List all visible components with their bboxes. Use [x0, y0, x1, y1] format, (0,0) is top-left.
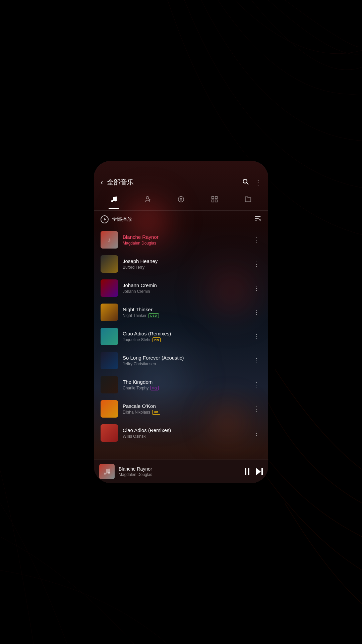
list-item[interactable]: Blanche Raynor Magdalen Douglas ⋮: [94, 228, 268, 252]
quality-badge-hr: HR: [153, 337, 161, 342]
track-menu-button[interactable]: ⋮: [251, 404, 261, 414]
list-item[interactable]: Pascale O'Kon Elisha Nikolaus HR ⋮: [94, 397, 268, 421]
svg-rect-12: [215, 200, 217, 202]
now-playing-bar[interactable]: Blanche Raynor Magdalen Douglas: [94, 460, 268, 483]
list-item[interactable]: Ciao Adios (Remixes) Willis Osinski ⋮: [94, 421, 268, 445]
header: ‹ 全部音乐 ⋮: [94, 161, 268, 191]
now-playing-art: [99, 464, 115, 479]
now-playing-controls: [245, 468, 263, 475]
now-playing-title: Blanche Raynor: [119, 466, 245, 472]
track-menu-button[interactable]: ⋮: [251, 259, 261, 269]
svg-point-16: [104, 473, 106, 475]
svg-rect-9: [212, 197, 214, 199]
artist-name: Magdalen Douglas: [123, 241, 156, 246]
artist-name: Buford Terry: [123, 265, 144, 270]
music-note-icon: [110, 196, 118, 205]
sort-icon[interactable]: [254, 215, 261, 224]
track-info: Night Thinker Night Thinker DSD: [123, 307, 251, 318]
artist-name: Jaqueline Stehr: [123, 337, 150, 342]
list-item[interactable]: The Kingdom Charlie Torphy SQ ⋮: [94, 373, 268, 397]
track-art: [101, 424, 118, 442]
track-menu-button[interactable]: ⋮: [251, 356, 261, 366]
track-art: [101, 328, 118, 345]
track-info: Ciao Adios (Remixes) Jaqueline Stehr HR: [123, 331, 251, 342]
svg-rect-11: [212, 200, 214, 202]
skip-button[interactable]: [256, 468, 263, 475]
track-title: Night Thinker: [123, 307, 251, 312]
artist-name: Johann Cremin: [123, 289, 150, 294]
artist-name: Elisha Nikolaus: [123, 410, 150, 415]
track-artist-row: Buford Terry: [123, 265, 251, 270]
play-all-button[interactable]: 全部播放: [101, 215, 132, 223]
svg-point-3: [115, 200, 117, 202]
svg-rect-10: [215, 197, 217, 199]
header-icons: ⋮: [242, 178, 261, 186]
track-art: [101, 376, 118, 393]
skip-bar-icon: [261, 468, 263, 475]
track-title: So Long Forever (Acoustic): [123, 355, 251, 361]
svg-point-8: [180, 198, 182, 200]
search-icon[interactable]: [242, 178, 249, 186]
track-title: The Kingdom: [123, 379, 251, 385]
track-info: Ciao Adios (Remixes) Willis Osinski: [123, 427, 251, 439]
tab-artist[interactable]: [138, 193, 157, 208]
svg-point-4: [146, 197, 148, 199]
track-artist-row: Magdalen Douglas: [123, 241, 251, 246]
track-artist-row: Jaqueline Stehr HR: [123, 337, 251, 342]
tab-folder[interactable]: [239, 193, 257, 208]
back-button[interactable]: ‹: [101, 178, 103, 187]
track-menu-button[interactable]: ⋮: [251, 380, 261, 390]
play-all-row: 全部播放: [94, 211, 268, 228]
pause-button[interactable]: [245, 468, 249, 475]
track-menu-button[interactable]: ⋮: [251, 283, 261, 293]
track-info: So Long Forever (Acoustic) Jeffry Christ…: [123, 355, 251, 366]
now-playing-artist: Magdalen Douglas: [119, 472, 245, 477]
page-title: 全部音乐: [107, 178, 242, 187]
list-item[interactable]: Ciao Adios (Remixes) Jaqueline Stehr HR …: [94, 324, 268, 348]
track-art: [101, 279, 118, 297]
track-title: Joseph Heaney: [123, 258, 251, 264]
track-info: Johann Cremin Johann Cremin: [123, 282, 251, 294]
track-list: Blanche Raynor Magdalen Douglas ⋮ Joseph…: [94, 228, 268, 460]
play-circle-icon: [101, 215, 109, 223]
track-artist-row: Willis Osinski: [123, 434, 251, 439]
list-item[interactable]: Night Thinker Night Thinker DSD ⋮: [94, 300, 268, 324]
tab-music[interactable]: [105, 193, 123, 208]
track-art: [101, 255, 118, 273]
play-all-label: 全部播放: [112, 216, 132, 222]
track-menu-button[interactable]: ⋮: [251, 307, 261, 317]
list-item[interactable]: So Long Forever (Acoustic) Jeffry Christ…: [94, 348, 268, 373]
more-menu-icon[interactable]: ⋮: [255, 178, 261, 186]
track-artist-row: Jeffry Christiansen: [123, 362, 251, 366]
artist-name: Night Thinker: [123, 313, 146, 318]
svg-point-2: [111, 200, 113, 202]
list-item[interactable]: Johann Cremin Johann Cremin ⋮: [94, 276, 268, 300]
now-playing-info: Blanche Raynor Magdalen Douglas: [119, 466, 245, 477]
track-art: [101, 400, 118, 418]
artist-name: Charlie Torphy: [123, 386, 148, 390]
track-info: Joseph Heaney Buford Terry: [123, 258, 251, 270]
track-title: Ciao Adios (Remixes): [123, 331, 251, 336]
tab-album[interactable]: [172, 193, 190, 208]
skip-triangle-icon: [256, 468, 261, 475]
track-title: Blanche Raynor: [123, 234, 251, 240]
track-menu-button[interactable]: ⋮: [251, 428, 261, 438]
tab-grid[interactable]: [205, 193, 224, 208]
quality-badge-sq: SQ: [150, 386, 159, 390]
track-title: Ciao Adios (Remixes): [123, 427, 251, 433]
list-item[interactable]: Joseph Heaney Buford Terry ⋮: [94, 252, 268, 276]
tab-bar: [94, 191, 268, 208]
artist-name: Willis Osinski: [123, 434, 146, 439]
track-title: Johann Cremin: [123, 282, 251, 288]
track-menu-button[interactable]: ⋮: [251, 331, 261, 341]
album-icon: [177, 196, 185, 205]
track-title: Pascale O'Kon: [123, 403, 251, 409]
pause-bar-left: [245, 468, 246, 475]
folder-icon: [244, 196, 252, 205]
track-menu-button[interactable]: ⋮: [251, 235, 261, 245]
quality-badge-hr: HR: [152, 410, 160, 415]
svg-point-7: [178, 197, 184, 202]
svg-line-1: [247, 183, 248, 184]
track-artist-row: Night Thinker DSD: [123, 313, 251, 318]
quality-badge-dsd: DSD: [148, 313, 159, 318]
